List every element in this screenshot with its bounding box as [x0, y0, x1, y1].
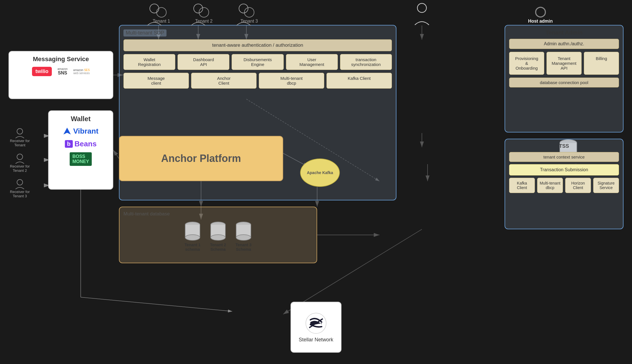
- stellar-title: Stellar Network: [299, 337, 333, 343]
- tenant-2: ◯ Tenant 2: [187, 6, 221, 24]
- anchor-platform-title: Anchor Platform: [161, 153, 241, 164]
- svg-point-52: [417, 3, 426, 12]
- svg-point-45: [17, 154, 23, 160]
- tss-mt-dbcp: Multi-tenantdbcp: [537, 178, 563, 193]
- service-user-mgmt: UserManagement: [286, 54, 338, 70]
- service-disbursements: DisbursementsEngine: [232, 54, 283, 70]
- service-transaction-sync: transactionsynchronization: [340, 54, 392, 70]
- tss-transaction-bar: Transaction Submission: [509, 164, 619, 175]
- host-admin: ◯ Host admin: [528, 6, 553, 24]
- svg-point-40: [236, 235, 251, 240]
- amazon-sns-logo: amazon SNS: [57, 67, 68, 76]
- kafka-box: Apache Kafka: [300, 159, 340, 187]
- svg-point-35: [211, 235, 225, 240]
- receiver-tenant-3: Receiver forTenant 3: [8, 178, 31, 198]
- messaging-service-title: Messaging Service: [13, 55, 109, 63]
- tss-bottom-row: KafkaClient Multi-tenantdbcp HorizonClie…: [509, 178, 619, 193]
- tenant-mgmt-api-cell: TenantManagementAPI: [546, 52, 582, 75]
- host-admin-label: Host admin: [528, 19, 553, 24]
- svg-point-44: [17, 129, 23, 134]
- sdp-services-row: WalletRegistration DashboardAPI Disburse…: [123, 54, 392, 70]
- mt-database-box: Multi-tenant database Tenant 1schema: [119, 207, 317, 263]
- tss-kafka-client: KafkaClient: [509, 178, 535, 193]
- tenant-1-icon: ◯: [156, 6, 167, 18]
- anchor-platform-box: Anchor Platform: [119, 136, 283, 181]
- svg-line-21: [81, 297, 232, 311]
- svg-point-30: [185, 235, 200, 240]
- wallet-title: Wallet: [53, 115, 109, 123]
- tss-title: TSS: [509, 143, 619, 149]
- svg-line-8: [113, 150, 119, 159]
- wallet-logos: Vibrant b Beans BOSSMONEY: [53, 127, 109, 166]
- sdp-title: Multi-tenant SDP: [123, 29, 166, 37]
- mt-db-row: Tenant 1schema Tenant 2Schema: [123, 221, 313, 252]
- db-tenant3-schema: Tenant 3Schema: [235, 221, 252, 252]
- kafka-title: Apache Kafka: [307, 170, 333, 175]
- tss-signature-service: SignatureService: [593, 178, 619, 193]
- diagram-container: ◯ Tenant 1 ◯ Tenant 2 ◯ Tenant 3 ◯ Host …: [0, 0, 632, 364]
- db-tenant2-schema: Tenant 2Schema: [210, 221, 227, 252]
- tenant-3-icon: ◯: [244, 6, 255, 18]
- service-dashboard-api: DashboardAPI: [178, 54, 229, 70]
- billing-cell: Billing: [584, 52, 619, 75]
- sdp-auth-bar: tenant-aware authentication / authorizat…: [123, 39, 392, 51]
- receiver-tenant-1: Receiver forTenant: [8, 127, 31, 147]
- svg-point-46: [17, 179, 23, 185]
- sdp-anchor-client: AnchorClient: [191, 73, 257, 89]
- svg-marker-43: [63, 128, 71, 134]
- db-tenant1-schema: Tenant 1schema: [184, 221, 201, 252]
- tenant-3-label: Tenant 3: [240, 19, 258, 24]
- tenant-3: ◯ Tenant 3: [232, 6, 266, 24]
- sdp-bottom-row: Messageclient AnchorClient Multi-tenantd…: [123, 73, 392, 89]
- stellar-network-box: Stellar Network: [291, 302, 341, 353]
- tenant-1: ◯ Tenant 1: [144, 6, 178, 24]
- vibrant-logo: Vibrant: [53, 127, 109, 136]
- host-admin-icon: ◯: [535, 6, 546, 18]
- receiver-tenant-2: Receiver forTenant 2: [8, 153, 31, 173]
- provisioning-cell: Provisioning&Onboarding: [509, 52, 544, 75]
- beans-logo: b Beans: [53, 140, 109, 148]
- twilio-logo: twilio: [32, 67, 52, 76]
- db-pool-bar: database connection pool: [509, 78, 619, 87]
- messaging-logos: twilio amazon SNS amazon SES web service…: [13, 67, 109, 76]
- messaging-service-box: Messaging Service twilio amazon SNS amaz…: [8, 51, 113, 99]
- service-wallet-reg: WalletRegistration: [123, 54, 175, 70]
- sdp-kafka-client: Kafka Client: [326, 73, 392, 89]
- tss-context-bar: tenant context service: [509, 152, 619, 162]
- amazon-ses-logo: amazon SES web services: [73, 68, 90, 75]
- sdp-mt-dbcp: Multi-tenantdbcp: [259, 73, 324, 89]
- tenant-2-label: Tenant 2: [195, 19, 212, 24]
- tenant-admin-title: Tenant Admin: [509, 29, 619, 36]
- tenant-2-icon: ◯: [198, 6, 210, 18]
- tss-box: TSS tenant context service Transaction S…: [505, 139, 624, 229]
- mt-db-title: Multi-tenant database: [123, 211, 313, 217]
- wallet-box: Wallet Vibrant b Beans BOSSMONEY: [48, 110, 113, 190]
- tenant-1-label: Tenant 1: [153, 19, 170, 24]
- admin-auth-bar: Admin authn./authz.: [509, 39, 619, 49]
- tss-horizon-client: HorizonClient: [565, 178, 591, 193]
- sdp-message-client: Messageclient: [123, 73, 189, 89]
- tenant-admin-row: Provisioning&Onboarding TenantManagement…: [509, 52, 619, 75]
- boss-money-logo: BOSSMONEY: [53, 152, 109, 166]
- tenant-admin-box: Tenant Admin Admin authn./authz. Provisi…: [505, 25, 624, 132]
